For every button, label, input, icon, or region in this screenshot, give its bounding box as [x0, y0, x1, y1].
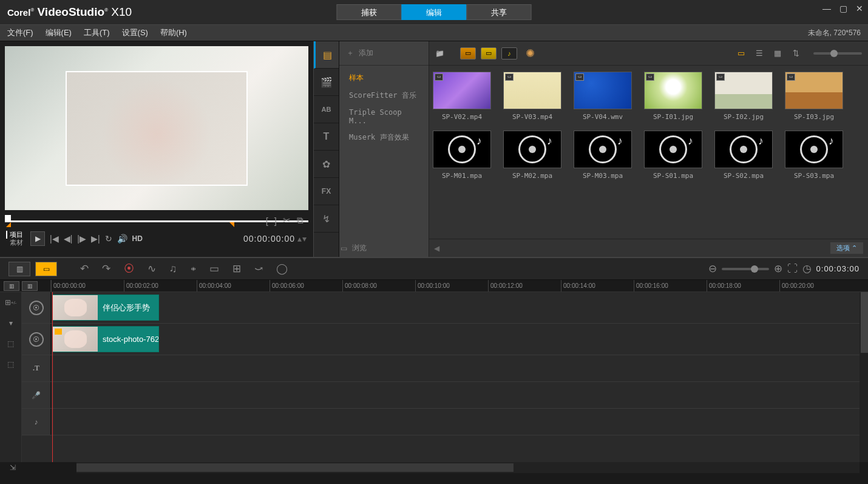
clip-2[interactable]: stock-photo-7629: [52, 326, 159, 352]
zoom-out-button[interactable]: ⊖: [708, 262, 717, 275]
libcat-sample[interactable]: 样本: [339, 69, 429, 87]
lib-item[interactable]: ♪SP-S02.mpa: [714, 131, 773, 180]
maximize-button[interactable]: ▢: [839, 4, 847, 13]
libtab-title-icon[interactable]: [314, 123, 339, 151]
timeline-hscroll[interactable]: [76, 462, 860, 473]
label-project[interactable]: 项目: [6, 231, 23, 239]
lib-item[interactable]: ♪SP-M03.mpa: [574, 131, 632, 180]
menu-settings[interactable]: 设置(S): [122, 27, 148, 38]
lib-item[interactable]: ▭SP-V02.mp4: [433, 72, 491, 121]
label-clip[interactable]: 素材: [6, 239, 23, 247]
record-button[interactable]: ⦿: [124, 263, 134, 275]
menu-help[interactable]: 帮助(H): [160, 27, 187, 38]
track-tool-add[interactable]: ⊞+/-: [0, 292, 21, 313]
open-folder-button[interactable]: [435, 49, 444, 58]
music-track-head[interactable]: ♪: [22, 409, 51, 435]
motion-button[interactable]: ⤻: [254, 262, 263, 275]
thumb-size-slider[interactable]: [813, 52, 862, 55]
libtab-graphic-icon[interactable]: ✿: [314, 151, 339, 178]
lib-item[interactable]: ♪SP-M01.mpa: [433, 131, 491, 180]
mark-in-icon[interactable]: [6, 222, 11, 227]
menu-tools[interactable]: 工具(T): [84, 27, 110, 38]
lib-item[interactable]: ▭SP-I01.jpg: [644, 72, 702, 121]
libtab-media-icon[interactable]: ▤: [314, 41, 339, 69]
prev-frame-button[interactable]: ◀|: [64, 234, 73, 244]
bracket-out-button[interactable]: ]: [274, 216, 277, 226]
hd-toggle[interactable]: HD: [132, 234, 143, 243]
fit-to-window-button[interactable]: ⛶: [787, 263, 798, 275]
overlay-track-1-head[interactable]: ⦿: [22, 324, 51, 355]
repeat-button[interactable]: ↻: [105, 234, 112, 244]
minimize-button[interactable]: —: [822, 4, 831, 13]
toggle-tracks-button[interactable]: ⇲: [0, 462, 25, 473]
zoom-slider[interactable]: [722, 268, 769, 270]
libcat-triplescoop[interactable]: Triple Scoop M...: [339, 104, 429, 129]
timeline-mode-button[interactable]: ▭: [35, 262, 57, 276]
libcat-muserk[interactable]: Muserk 声音效果: [339, 129, 429, 146]
mode-tab-edit[interactable]: 编辑: [402, 4, 467, 20]
title-track-lane[interactable]: [51, 355, 868, 381]
go-start-button[interactable]: |◀: [50, 234, 59, 244]
libtab-instant-icon[interactable]: 🎬: [314, 69, 339, 96]
gutter-btn-2[interactable]: ▥: [22, 281, 38, 291]
lib-item[interactable]: ♪SP-S01.mpa: [644, 131, 702, 180]
clip-1[interactable]: 伴侣心形手势: [52, 295, 159, 321]
menu-edit[interactable]: 编辑(E): [46, 27, 72, 38]
gutter-btn-1[interactable]: ▥: [4, 281, 19, 291]
video-track-1-head[interactable]: ⦿: [22, 292, 51, 323]
track-tool-ripple[interactable]: ⬚: [0, 354, 21, 375]
undo-button[interactable]: ↶: [80, 262, 89, 275]
lib-item[interactable]: ♪SP-S03.mpa: [785, 131, 843, 180]
libtab-path-icon[interactable]: ↯: [314, 205, 339, 233]
voice-track-lane[interactable]: [51, 382, 868, 408]
redo-button[interactable]: ↷: [102, 262, 110, 275]
close-button[interactable]: ✕: [856, 4, 863, 13]
video-track-1-lane[interactable]: 伴侣心形手势: [51, 292, 868, 323]
filter-disc-icon[interactable]: ✺: [522, 47, 538, 60]
menu-file[interactable]: 文件(F): [7, 27, 33, 38]
copy-button[interactable]: ⧉: [297, 215, 303, 226]
lib-item[interactable]: ▭SP-V04.wmv: [574, 72, 632, 121]
mode-tab-capture[interactable]: 捕获: [337, 4, 402, 20]
lib-item[interactable]: ♪SP-M02.mpa: [503, 131, 561, 180]
track-tool-lock[interactable]: ⬚: [0, 333, 21, 354]
lib-item[interactable]: ▭SP-I03.jpg: [785, 72, 843, 121]
view-thumbnails-button[interactable]: ▭: [734, 48, 748, 59]
lib-item[interactable]: ▭SP-V03.mp4: [503, 72, 561, 121]
timeline-vscroll[interactable]: [860, 292, 868, 462]
auto-music-button[interactable]: ♫: [169, 263, 177, 275]
voice-track-head[interactable]: 🎤: [22, 382, 51, 408]
browse-label[interactable]: 浏览: [352, 243, 367, 253]
view-grid-button[interactable]: ▦: [771, 48, 784, 59]
preview-monitor[interactable]: [5, 46, 308, 210]
overlay-track-1-lane[interactable]: stock-photo-7629: [51, 324, 868, 355]
multicam-button[interactable]: ⊞: [232, 262, 241, 275]
link-button[interactable]: ⧞: [191, 263, 196, 275]
sort-button[interactable]: ⇅: [789, 48, 802, 59]
project-duration-icon[interactable]: ◷: [802, 262, 812, 275]
timeline-ruler[interactable]: 00:00:00:0000:00:02:0000:00:04:0000:00:0…: [51, 280, 868, 291]
cut-button[interactable]: ✂: [283, 215, 291, 226]
track-tool-show[interactable]: ▾: [0, 313, 21, 333]
filter-video-chip[interactable]: ▭: [460, 47, 476, 60]
storyboard-mode-button[interactable]: ▥: [8, 262, 30, 276]
preview-timecode[interactable]: 00:00:00:00▴▾: [243, 234, 307, 244]
view-list-button[interactable]: ☰: [753, 48, 766, 59]
library-add-folder[interactable]: 添加: [339, 41, 429, 66]
mark-out-icon[interactable]: [229, 222, 234, 227]
libtab-transition-icon[interactable]: [314, 96, 339, 123]
bracket-in-button[interactable]: [: [266, 216, 268, 226]
volume-button[interactable]: 🔊: [117, 234, 127, 244]
subtitle-button[interactable]: ▭: [209, 262, 219, 275]
go-end-button[interactable]: ▶|: [91, 234, 100, 244]
music-track-lane[interactable]: [51, 409, 868, 435]
title-track-head[interactable]: .T: [22, 355, 51, 381]
filter-photo-chip[interactable]: ▭: [481, 47, 497, 60]
browse-collapse-icon[interactable]: ▭: [341, 244, 347, 253]
libcat-scorefitter[interactable]: ScoreFitter 音乐: [339, 87, 429, 104]
tracking-button[interactable]: ◯: [276, 262, 288, 275]
play-button[interactable]: ▶: [30, 231, 45, 246]
next-frame-button[interactable]: |▶: [77, 234, 86, 244]
timeline-timecode[interactable]: 0:00:03:00: [816, 264, 860, 273]
mode-tab-share[interactable]: 共享: [467, 4, 532, 20]
